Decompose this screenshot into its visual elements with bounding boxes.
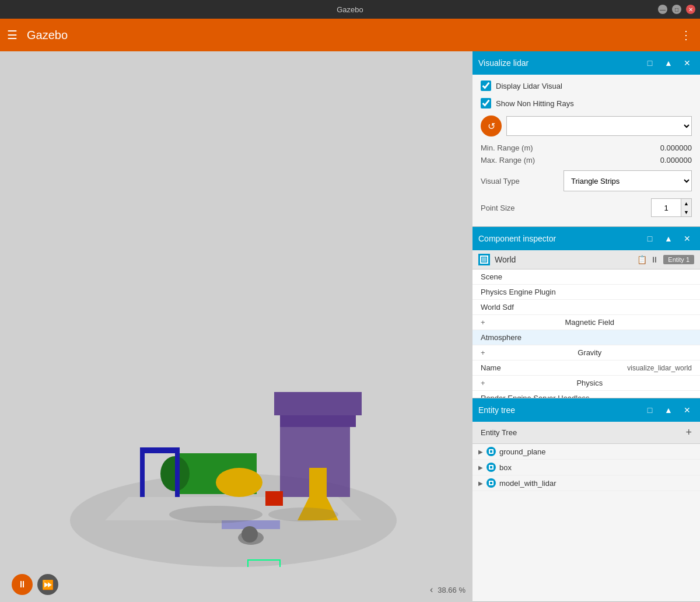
close-button[interactable]: ✕: [686, 5, 695, 14]
hamburger-menu-icon[interactable]: ☰: [7, 28, 18, 42]
visualize-lidar-body: Display Lidar Visual Show Non Hitting Ra…: [473, 75, 700, 226]
et-label-ground-plane: ground_plane: [499, 447, 546, 456]
visual-type-select[interactable]: Triangle Strips Points Billboards: [564, 170, 692, 191]
main-layout: ⏸ ⏩ ‹ 38.66 % Visualize lidar □ ▲ ✕ Disp…: [0, 51, 700, 602]
min-range-value: 0.000000: [660, 144, 692, 152]
ci-world-label: World: [495, 255, 632, 264]
display-lidar-label: Display Lidar Visual: [496, 82, 562, 90]
point-size-spinner: ▲ ▼: [651, 198, 692, 217]
visualize-lidar-square-button[interactable]: □: [643, 56, 657, 70]
et-node-icon-ground-plane: [487, 447, 496, 456]
svg-rect-8: [140, 450, 145, 497]
ci-item-magnetic-field[interactable]: + Magnetic Field: [473, 315, 700, 330]
svg-point-17: [242, 526, 258, 542]
ci-copy-button[interactable]: 📋: [637, 255, 647, 264]
svg-rect-9: [175, 450, 180, 497]
spinner-up-button[interactable]: ▲: [681, 199, 691, 208]
ci-item-physics-engine[interactable]: Physics Engine Plugin: [473, 285, 700, 300]
ci-item-physics[interactable]: + Physics: [473, 376, 700, 391]
svg-rect-14: [265, 491, 283, 506]
visualize-lidar-up-button[interactable]: ▲: [662, 56, 676, 70]
component-inspector-close-button[interactable]: ✕: [680, 232, 694, 246]
svg-point-20: [268, 508, 338, 522]
svg-point-19: [169, 506, 262, 523]
ci-list: Scene Physics Engine Plugin World Sdf + …: [473, 270, 700, 398]
viewport-controls: ⏸ ⏩: [12, 574, 58, 595]
ci-item-gravity[interactable]: + Gravity: [473, 345, 700, 360]
et-body: ▶ ground_plane ▶ box ▶: [473, 444, 700, 601]
right-panels: Visualize lidar □ ▲ ✕ Display Lidar Visu…: [473, 51, 700, 602]
app-bar: ☰ Gazebo ⋮: [0, 19, 700, 51]
component-inspector-header: Component inspector □ ▲ ✕: [473, 227, 700, 250]
visualize-lidar-close-button[interactable]: ✕: [680, 56, 694, 70]
ci-actions: 📋 ⏸: [637, 255, 659, 264]
svg-rect-10: [140, 447, 180, 453]
lidar-refresh-row: ↺: [481, 116, 692, 136]
et-arrow-ground-plane: ▶: [478, 449, 483, 455]
minimize-button[interactable]: —: [658, 5, 667, 14]
et-header-label: Entity Tree: [481, 428, 517, 437]
min-range-label: Min. Range (m): [481, 144, 533, 152]
window-controls: — □ ✕: [658, 5, 695, 14]
et-item-box[interactable]: ▶ box: [473, 460, 700, 475]
entity-tree-up-button[interactable]: ▲: [662, 403, 676, 417]
collapse-arrow-button[interactable]: ‹: [430, 584, 433, 595]
window-title: Gazebo: [337, 5, 363, 14]
ci-item-name[interactable]: Name visualize_lidar_world: [473, 360, 700, 376]
visualize-lidar-header: Visualize lidar □ ▲ ✕: [473, 51, 700, 75]
pause-button[interactable]: ⏸: [12, 574, 33, 595]
display-lidar-checkbox[interactable]: [481, 80, 491, 91]
display-lidar-row: Display Lidar Visual: [481, 80, 692, 91]
point-size-label: Point Size: [481, 204, 515, 212]
ci-item-scene[interactable]: Scene: [473, 270, 700, 285]
entity-badge: Entity 1: [663, 255, 694, 264]
show-rays-checkbox[interactable]: [481, 98, 491, 108]
visualize-lidar-title: Visualize lidar: [478, 58, 638, 68]
visual-type-row: Visual Type Triangle Strips Points Billb…: [481, 170, 692, 191]
entity-tree-close-button[interactable]: ✕: [680, 403, 694, 417]
point-size-input[interactable]: [652, 199, 681, 216]
et-item-ground-plane[interactable]: ▶ ground_plane: [473, 444, 700, 460]
spinner-buttons: ▲ ▼: [681, 199, 691, 216]
component-inspector-panel: Component inspector □ ▲ ✕ World 📋 ⏸ Enti…: [473, 227, 700, 398]
ci-item-render-engine-server-headless[interactable]: Render Engine Server Headless: [473, 391, 700, 398]
app-title: Gazebo: [27, 29, 68, 42]
refresh-button[interactable]: ↺: [481, 116, 502, 136]
entity-tree-title: Entity tree: [478, 405, 638, 415]
ci-item-world-sdf[interactable]: World Sdf: [473, 300, 700, 315]
lidar-topic-select[interactable]: [506, 116, 692, 136]
svg-point-13: [216, 468, 262, 497]
show-rays-row: Show Non Hitting Rays: [481, 98, 692, 108]
max-range-label: Max. Range (m): [481, 156, 535, 164]
et-add-button[interactable]: +: [685, 426, 692, 439]
more-options-icon[interactable]: ⋮: [680, 28, 692, 42]
scene-svg: [58, 334, 408, 567]
visual-type-label: Visual Type: [481, 177, 520, 186]
et-arrow-box: ▶: [478, 464, 483, 471]
max-range-value: 0.000000: [660, 156, 692, 164]
fast-forward-button[interactable]: ⏩: [37, 574, 58, 595]
viewport-bottom-bar: ‹ 38.66 %: [430, 584, 466, 595]
ci-pause-button[interactable]: ⏸: [650, 255, 659, 264]
maximize-button[interactable]: □: [672, 5, 681, 14]
et-label-model: model_with_lidar: [499, 479, 556, 488]
zoom-level: 38.66 %: [438, 586, 466, 594]
max-range-row: Max. Range (m) 0.000000: [481, 156, 692, 164]
point-size-row: Point Size ▲ ▼: [481, 198, 692, 217]
svg-marker-4: [274, 392, 362, 415]
3d-viewport[interactable]: ⏸ ⏩ ‹ 38.66 %: [0, 51, 473, 602]
et-header-row: Entity Tree +: [473, 422, 700, 444]
entity-tree-square-button[interactable]: □: [643, 403, 657, 417]
et-node-icon-model: [487, 478, 496, 488]
ci-world-row: World 📋 ⏸ Entity 1: [473, 250, 700, 270]
expand-icon: +: [481, 318, 485, 327]
entity-tree-header: Entity tree □ ▲ ✕: [473, 398, 700, 422]
et-item-model-with-lidar[interactable]: ▶ model_with_lidar: [473, 475, 700, 491]
spinner-down-button[interactable]: ▼: [681, 208, 691, 216]
entity-tree-panel: Entity tree □ ▲ ✕ Entity Tree + ▶ ground…: [473, 398, 700, 602]
component-inspector-square-button[interactable]: □: [643, 232, 657, 246]
et-arrow-model: ▶: [478, 480, 483, 487]
component-inspector-up-button[interactable]: ▲: [662, 232, 676, 246]
ci-item-atmosphere[interactable]: Atmosphere: [473, 330, 700, 345]
min-range-row: Min. Range (m) 0.000000: [481, 144, 692, 152]
